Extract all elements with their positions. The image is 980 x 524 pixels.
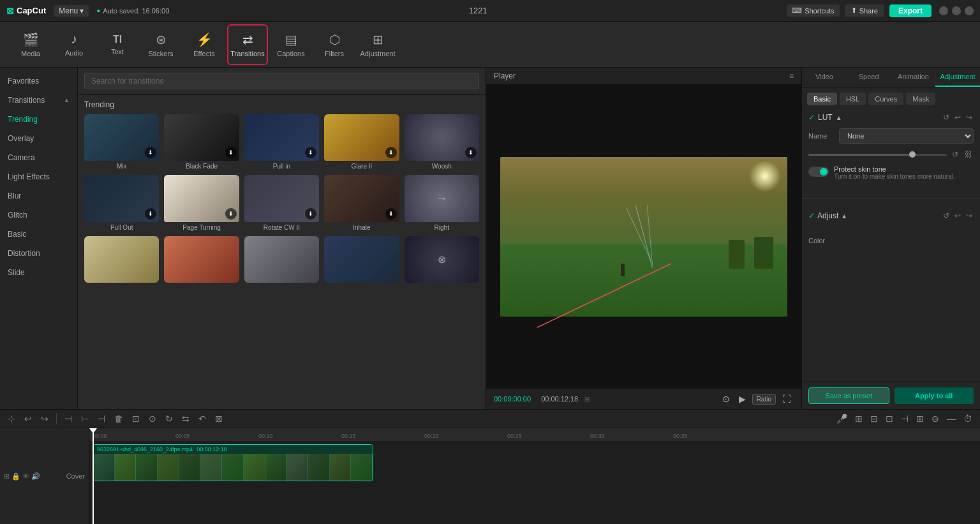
screen-capture-button[interactable]: ⊙ bbox=[720, 393, 732, 405]
lut-reset-button[interactable]: ↺ bbox=[942, 112, 951, 123]
transition-r5[interactable] bbox=[164, 236, 239, 283]
transition-r4[interactable] bbox=[84, 236, 159, 283]
transition-right[interactable]: → Right bbox=[405, 175, 479, 230]
transform-button[interactable]: ↻ bbox=[163, 412, 175, 425]
transition-r8[interactable]: ⊗ bbox=[405, 236, 479, 283]
tool-effects[interactable]: ⚡ Effects bbox=[184, 24, 225, 65]
tool-adjustment[interactable]: ⊞ Adjustment bbox=[357, 24, 398, 65]
menu-button[interactable]: Menu ▾ bbox=[54, 5, 89, 17]
trim-button[interactable]: ⊠ bbox=[212, 412, 225, 425]
tab-animation[interactable]: Animation bbox=[891, 68, 936, 87]
sidebar-item-favorites[interactable]: Favorites bbox=[0, 71, 77, 91]
sub-tab-hsl[interactable]: HSL bbox=[840, 93, 866, 105]
transition-woosh[interactable]: ⬇ Woosh bbox=[405, 114, 479, 170]
connect2-button[interactable]: ⊟ bbox=[868, 412, 880, 425]
split4-button[interactable]: ⊣ bbox=[898, 412, 911, 425]
video-clip[interactable]: 9632691-uhd_4096_2160_24fps.mp4 00:00:12… bbox=[93, 444, 373, 481]
rotate-button[interactable]: ↶ bbox=[196, 412, 209, 425]
crop-button[interactable]: ⊡ bbox=[130, 412, 142, 425]
lut-name-select[interactable]: None bbox=[839, 128, 974, 144]
sub-tab-curves[interactable]: Curves bbox=[868, 93, 903, 105]
adjust-undo-button[interactable]: ↩ bbox=[953, 210, 962, 221]
lut-slider-link[interactable]: ⛓ bbox=[963, 149, 974, 160]
save-preset-button[interactable]: Save as preset bbox=[808, 387, 889, 404]
sub-tab-mask[interactable]: Mask bbox=[906, 93, 935, 105]
transition-pull-out[interactable]: ⬇ Pull Out bbox=[84, 175, 159, 230]
sidebar-item-slide[interactable]: Slide bbox=[0, 263, 77, 282]
minimize-button[interactable] bbox=[939, 6, 948, 15]
lut-slider[interactable] bbox=[808, 154, 947, 156]
add-track-icon[interactable]: ⊞ bbox=[4, 472, 10, 481]
transition-mix[interactable]: ⬇ Mix bbox=[84, 114, 159, 170]
play-button[interactable]: ▶ bbox=[736, 393, 748, 405]
transition-page-turning[interactable]: ⬇ Page Turning bbox=[164, 175, 239, 230]
player-menu-icon[interactable]: ≡ bbox=[789, 71, 794, 80]
download-icon[interactable]: ⬇ bbox=[385, 208, 397, 220]
close-button[interactable] bbox=[965, 6, 974, 15]
tab-video[interactable]: Video bbox=[802, 68, 847, 87]
sidebar-item-trending[interactable]: Trending bbox=[0, 110, 77, 129]
split-button[interactable]: ⊣ bbox=[62, 412, 75, 425]
redo-button[interactable]: ↪ bbox=[38, 412, 51, 425]
audio-track-icon[interactable]: 🔊 bbox=[31, 472, 40, 481]
lut-undo-button[interactable]: ↩ bbox=[953, 112, 962, 123]
tool-transitions[interactable]: ⇄ Transitions bbox=[227, 24, 268, 65]
transition-rotate-cw-ii[interactable]: ⬇ Rotate CW II bbox=[244, 175, 319, 230]
fullscreen-button[interactable]: ⛶ bbox=[780, 393, 794, 405]
delete-button[interactable]: 🗑 bbox=[112, 412, 126, 425]
export-button[interactable]: Export bbox=[889, 4, 932, 17]
transition-r7[interactable] bbox=[324, 236, 399, 283]
sidebar-item-basic[interactable]: Basic bbox=[0, 225, 77, 244]
transition-black-fade[interactable]: ⬇ Black Fade bbox=[164, 114, 239, 170]
shortcuts-button[interactable]: ⌨ Shortcuts bbox=[787, 4, 839, 17]
split5-button[interactable]: ⊞ bbox=[914, 412, 926, 425]
adjust-reset-button[interactable]: ↺ bbox=[942, 210, 951, 221]
transition-r6[interactable] bbox=[244, 236, 319, 283]
share-button[interactable]: ⬆ Share bbox=[845, 4, 884, 17]
tool-text[interactable]: TI Text bbox=[97, 24, 138, 65]
ratio-button[interactable]: Ratio bbox=[752, 394, 776, 405]
tool-filters[interactable]: ⬡ Filters bbox=[314, 24, 355, 65]
lut-redo-button[interactable]: ↪ bbox=[965, 112, 974, 123]
download-icon[interactable]: ⬇ bbox=[385, 147, 397, 158]
freeze-button[interactable]: ⊙ bbox=[146, 412, 159, 425]
tool-captions[interactable]: ▤ Captions bbox=[271, 24, 311, 65]
timer-button[interactable]: ⏱ bbox=[961, 412, 975, 425]
sidebar-item-overlay[interactable]: Overlay bbox=[0, 129, 77, 148]
playhead[interactable] bbox=[93, 428, 94, 524]
tool-audio[interactable]: ♪ Audio bbox=[54, 24, 94, 65]
transition-pull-in[interactable]: ⬇ Pull in bbox=[244, 114, 319, 170]
split2-button[interactable]: ⊢ bbox=[78, 412, 91, 425]
connect-button[interactable]: ⊞ bbox=[852, 412, 865, 425]
zoom-slider[interactable]: — bbox=[944, 412, 958, 425]
download-icon[interactable]: ⬇ bbox=[305, 208, 316, 220]
transition-glare-ii[interactable]: ⬇ Glare II bbox=[324, 114, 399, 170]
maximize-button[interactable] bbox=[952, 6, 961, 15]
sidebar-item-camera[interactable]: Camera bbox=[0, 148, 77, 167]
search-input[interactable] bbox=[84, 73, 479, 89]
sidebar-item-light-effects[interactable]: Light Effects bbox=[0, 167, 77, 186]
connect3-button[interactable]: ⊡ bbox=[883, 412, 896, 425]
select-tool-button[interactable]: ⊹ bbox=[5, 412, 18, 425]
transition-inhale[interactable]: ⬇ Inhale bbox=[324, 175, 399, 230]
sidebar-item-blur[interactable]: Blur bbox=[0, 186, 77, 206]
download-icon[interactable]: ⬇ bbox=[225, 208, 237, 220]
lut-slider-reset[interactable]: ↺ bbox=[951, 149, 960, 160]
protect-skin-toggle[interactable] bbox=[808, 167, 829, 177]
tool-media[interactable]: 🎬 Media bbox=[10, 24, 51, 65]
mic-button[interactable]: 🎤 bbox=[834, 412, 850, 425]
tab-adjustment[interactable]: Adjustment bbox=[935, 68, 980, 87]
lock-icon[interactable]: 🔒 bbox=[11, 472, 20, 481]
sidebar-item-distortion[interactable]: Distortion bbox=[0, 244, 77, 263]
apply-all-button[interactable]: Apply to all bbox=[895, 387, 974, 404]
adjust-redo-button[interactable]: ↪ bbox=[965, 210, 974, 221]
eye-icon[interactable]: 👁 bbox=[22, 472, 29, 481]
sidebar-item-transitions[interactable]: Transitions ▲ bbox=[0, 91, 77, 110]
split3-button[interactable]: ⊣ bbox=[95, 412, 108, 425]
undo-button[interactable]: ↩ bbox=[22, 412, 34, 425]
flip-button[interactable]: ⇆ bbox=[179, 412, 192, 425]
tab-speed[interactable]: Speed bbox=[847, 68, 891, 87]
sub-tab-basic[interactable]: Basic bbox=[807, 93, 837, 105]
tool-stickers[interactable]: ⊛ Stickers bbox=[140, 24, 181, 65]
zoom-out-button[interactable]: ⊖ bbox=[929, 412, 942, 425]
